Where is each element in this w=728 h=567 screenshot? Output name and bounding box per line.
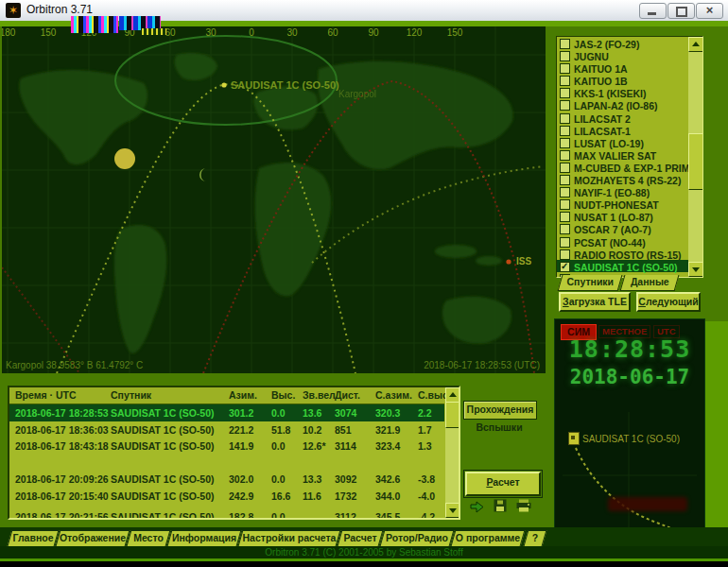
satellite-list-item[interactable]: MOZHAYETS 4 (RS-22)	[557, 173, 702, 185]
satellite-list-scrollbar[interactable]	[688, 37, 702, 277]
satellite-list-item[interactable]: KKS-1 (KISEKI)	[557, 86, 702, 98]
satellite-list-item[interactable]: KAITUO 1B	[557, 74, 702, 86]
satellite-list-item[interactable]: LILACSAT-1	[557, 124, 702, 136]
scroll-up-button[interactable]	[445, 387, 460, 403]
map-lon-label: 90	[362, 27, 385, 38]
checkbox-unchecked-icon[interactable]	[560, 100, 570, 111]
tab-display[interactable]: Отображение	[56, 530, 130, 546]
checkbox-unchecked-icon[interactable]	[560, 138, 570, 148]
countdown-glow	[608, 497, 687, 511]
app-icon: ✶	[6, 3, 21, 18]
satellite-list-item[interactable]: JAS-2 (FO-29)	[557, 37, 702, 49]
checkbox-unchecked-icon[interactable]	[560, 126, 570, 136]
tab-rotor-radio[interactable]: Ротор/Радио	[380, 530, 455, 546]
checkbox-unchecked-icon[interactable]	[560, 39, 570, 49]
arrow-up-icon	[449, 392, 457, 397]
map-lon-label: 60	[321, 27, 344, 38]
checkbox-unchecked-icon[interactable]	[560, 237, 570, 248]
pass-row[interactable]: 2018-06-17 20:09:26SAUDISAT 1C (SO-50) 3…	[9, 471, 444, 488]
load-tle-button[interactable]: Загрузка TLE	[559, 292, 631, 312]
satellite-list-item[interactable]: MAX VALIER SAT	[557, 148, 702, 161]
scrollbar-thumb[interactable]	[445, 402, 460, 428]
tab-location[interactable]: Место	[127, 530, 171, 546]
pass-row-selected[interactable]: 2018-06-17 18:28:53SAUDISAT 1C (SO-50) 3…	[9, 404, 444, 421]
checkbox-unchecked-icon[interactable]	[560, 51, 570, 61]
satellite-list-item[interactable]: PCSAT (NO-44)	[557, 235, 702, 248]
pass-row[interactable]: 2018-06-17 20:15:40SAUDISAT 1C (SO-50) 2…	[9, 488, 444, 505]
checkbox-unchecked-icon[interactable]	[560, 113, 570, 124]
satellite-list-item[interactable]: LAPAN-A2 (IO-86)	[557, 98, 702, 111]
tab-information[interactable]: Информация	[167, 530, 242, 546]
map-status-datetime: 2018-06-17 18:28:53 (UTC)	[424, 360, 540, 370]
tab-satellites[interactable]: Спутники	[558, 275, 623, 291]
checkbox-checked-icon[interactable]	[560, 262, 570, 272]
satellite-list[interactable]: JAS-2 (FO-29) JUGNU KAITUO 1A KAITUO 1B …	[556, 36, 703, 278]
col-distance[interactable]: Дист.	[335, 389, 360, 401]
checkbox-unchecked-icon[interactable]	[560, 224, 570, 234]
status-bar: Orbitron 3.71 (C) 2001-2005 by Sebastian…	[0, 546, 728, 558]
pass-row-partial[interactable]: 2018-06-17 20:21:56SAUDISAT 1C (SO-50) 1…	[9, 508, 444, 520]
passes-table[interactable]: Время · UTC Спутник Азим. Выс. Зв.вел Ди…	[8, 386, 460, 520]
save-icon[interactable]	[494, 499, 507, 512]
checkbox-unchecked-icon[interactable]	[560, 199, 570, 210]
col-time[interactable]: Время · UTC	[15, 389, 77, 401]
checkbox-unchecked-icon[interactable]	[560, 150, 570, 161]
col-magnitude[interactable]: Зв.вел	[303, 389, 336, 401]
flares-mode-button[interactable]: Вспышки	[469, 420, 529, 435]
map-lon-label: 120	[403, 27, 425, 38]
tab-about[interactable]: О программе	[451, 530, 526, 546]
scrollbar-thumb[interactable]	[688, 133, 703, 190]
satellite-list-item[interactable]: RADIO ROSTO (RS-15)	[557, 248, 702, 260]
checkbox-unchecked-icon[interactable]	[560, 175, 570, 185]
table-scrollbar[interactable]	[445, 387, 459, 518]
world-map[interactable]: 180 150 120 90 60 30 0 30 60 90 120 150 …	[2, 26, 546, 373]
satellite-list-item[interactable]: NAYIF-1 (EO-88)	[557, 185, 702, 198]
satellite-list-item[interactable]: JUGNU	[557, 49, 702, 61]
pass-row[interactable]: 2018-06-17 18:36:03SAUDISAT 1C (SO-50) 2…	[9, 421, 444, 438]
satellite-list-item[interactable]: NUDT-PHONESAT	[557, 198, 702, 210]
satellite-list-item[interactable]: NUSAT 1 (LO-87)	[557, 210, 702, 222]
pass-row[interactable]: 2018-06-17 18:43:18SAUDISAT 1C (SO-50) 1…	[9, 438, 444, 455]
maximize-button[interactable]	[667, 3, 695, 19]
satellite-list-item[interactable]: LILACSAT 2	[557, 112, 702, 124]
checkbox-unchecked-icon[interactable]	[560, 187, 570, 198]
checkbox-unchecked-icon[interactable]	[560, 249, 570, 260]
minimize-button[interactable]	[639, 3, 667, 19]
col-elevation[interactable]: Выс.	[271, 389, 295, 401]
table-header[interactable]: Время · UTC Спутник Азим. Выс. Зв.вел Ди…	[9, 387, 444, 404]
col-sun-azimuth[interactable]: С.азим.	[375, 389, 412, 401]
tab-help[interactable]: ?	[524, 530, 547, 546]
scroll-down-button[interactable]	[688, 262, 703, 277]
map-lon-label: 0	[240, 27, 263, 38]
checkbox-unchecked-icon[interactable]	[560, 76, 570, 86]
col-satellite[interactable]: Спутник	[111, 389, 151, 401]
maximize-icon	[676, 7, 687, 17]
scroll-up-button[interactable]	[688, 37, 703, 52]
col-azimuth[interactable]: Азим.	[229, 389, 257, 401]
tab-main[interactable]: Главное	[8, 530, 60, 546]
scroll-down-button[interactable]	[445, 503, 460, 518]
satellite-list-item[interactable]: KAITUO 1A	[557, 61, 702, 74]
tab-data[interactable]: Данные	[620, 275, 680, 291]
sun-icon	[114, 148, 135, 169]
checkbox-unchecked-icon[interactable]	[560, 163, 570, 173]
satellite-list-item-selected[interactable]: SAUDISAT 1C (SO-50)	[557, 260, 702, 272]
calculate-button[interactable]: Расчет	[465, 472, 541, 496]
frame-strip	[705, 321, 728, 535]
satellite-list-item[interactable]: M-CUBED & EXP-1 PRIM	[557, 161, 702, 173]
next-button[interactable]: Следующий	[636, 292, 701, 312]
checkbox-unchecked-icon[interactable]	[560, 63, 570, 74]
tab-calc-settings[interactable]: Настройки расчета	[238, 530, 341, 546]
print-icon[interactable]	[516, 499, 531, 512]
go-arrow-icon[interactable]	[470, 501, 484, 513]
map-lon-label: 150	[37, 27, 60, 38]
render-glitch	[142, 28, 166, 35]
satellite-list-item[interactable]: OSCAR 7 (AO-7)	[557, 222, 702, 234]
satellite-list-item[interactable]: LUSAT (LO-19)	[557, 136, 702, 148]
checkbox-unchecked-icon[interactable]	[560, 88, 570, 98]
close-icon: ×	[706, 3, 714, 17]
close-button[interactable]: ×	[696, 3, 723, 19]
tab-calculation[interactable]: Расчет	[338, 530, 384, 546]
checkbox-unchecked-icon[interactable]	[560, 212, 570, 222]
passes-mode-button[interactable]: Прохождения	[463, 401, 537, 420]
